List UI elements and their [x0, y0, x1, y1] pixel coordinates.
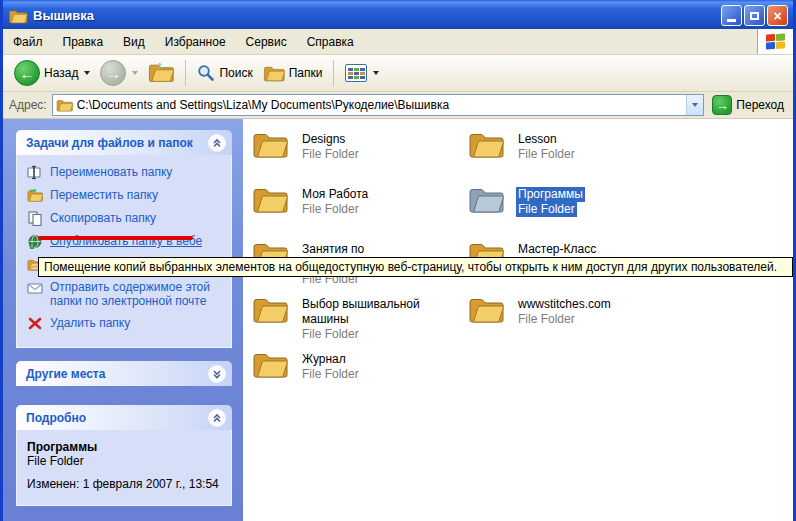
folder-item-designs[interactable]: DesignsFile Folder: [252, 127, 468, 182]
menu-tools[interactable]: Сервис: [236, 29, 297, 54]
folder-item-programmy-selected[interactable]: ПрограммыFile Folder: [468, 182, 684, 237]
folders-button[interactable]: Папки: [258, 61, 328, 85]
tooltip: Помещение копий выбранных элементов на о…: [38, 257, 793, 277]
up-button[interactable]: ↑: [143, 58, 179, 88]
explorer-window: Вышивка × Файл Правка Вид Избранное Серв…: [0, 0, 796, 521]
folder-item-wwwstitches[interactable]: wwwstitches.comFile Folder: [468, 292, 684, 347]
menu-spacer: [364, 29, 757, 54]
task-label: Переместить папку: [50, 188, 158, 202]
close-icon: ×: [773, 8, 781, 24]
address-path: C:\Documents and Settings\Liza\My Docume…: [77, 98, 683, 112]
folder-name: Программы: [516, 187, 585, 202]
go-label: Переход: [736, 98, 784, 112]
address-dropdown-button[interactable]: [686, 95, 703, 115]
close-button[interactable]: ×: [767, 5, 788, 26]
delete-icon: [27, 316, 43, 331]
views-button[interactable]: [340, 61, 384, 85]
forward-dropdown-icon: [132, 71, 138, 75]
folder-item-vybor-mashiny[interactable]: Выбор вышивальной машиныFile Folder: [252, 292, 468, 347]
up-folder-icon: ↑: [148, 61, 174, 85]
chevron-up-button[interactable]: [208, 134, 226, 152]
folder-name: Журнал: [300, 352, 348, 367]
folder-type: File Folder: [300, 147, 361, 162]
window-title: Вышивка: [33, 8, 721, 23]
folder-icon: [252, 184, 288, 214]
annotation-underline: [38, 236, 193, 240]
other-places-title: Другие места: [26, 367, 105, 381]
tasks-panel-header[interactable]: Задачи для файлов и папок: [16, 130, 232, 155]
rename-icon: [27, 165, 43, 180]
toolbar-separator: [185, 60, 186, 86]
folder-icon: [468, 129, 504, 159]
folder-name: Designs: [300, 132, 347, 147]
move-icon: [27, 188, 43, 203]
details-item-name: Программы: [27, 440, 221, 454]
other-places-panel: Другие места: [16, 361, 232, 386]
tasks-panel-title: Задачи для файлов и папок: [26, 136, 193, 150]
address-input[interactable]: C:\Documents and Settings\Liza\My Docume…: [52, 94, 705, 116]
details-body: Программы File Folder Изменен: 1 февраля…: [16, 430, 232, 506]
task-label: Скопировать папку: [50, 211, 156, 225]
address-label: Адрес:: [9, 98, 47, 112]
content-area: Задачи для файлов и папок Переименовать …: [3, 119, 793, 521]
folder-item-moya-rabota[interactable]: Моя РаботаFile Folder: [252, 182, 468, 237]
task-label: Отправить содержимое этой папки по элект…: [50, 280, 227, 308]
copy-icon: [27, 211, 43, 226]
windows-logo: [757, 29, 793, 54]
windows-flag-icon: [766, 33, 785, 49]
back-icon: ←: [14, 60, 40, 86]
task-delete-folder[interactable]: Удалить папку: [27, 316, 227, 331]
folder-name: Выбор вышивальной машины: [300, 297, 468, 327]
task-email-folder[interactable]: Отправить содержимое этой папки по элект…: [27, 280, 227, 308]
chevron-down-button[interactable]: [208, 365, 226, 383]
details-header[interactable]: Подробно: [16, 405, 232, 430]
chevron-up-button[interactable]: [208, 409, 226, 427]
folder-icon: [252, 129, 288, 159]
minimize-button[interactable]: [721, 5, 742, 26]
address-folder-icon: [56, 98, 73, 112]
tooltip-text: Помещение копий выбранных элементов на о…: [44, 260, 777, 274]
menu-help[interactable]: Справка: [297, 29, 364, 54]
folder-icon: [468, 294, 504, 324]
folder-name: Мастер-Класс: [516, 242, 598, 257]
menu-view[interactable]: Вид: [113, 29, 155, 54]
folder-icon-selected: [468, 184, 504, 214]
maximize-button[interactable]: [744, 5, 765, 26]
details-item-type: File Folder: [27, 454, 221, 468]
toolbar: ← Назад → ↑ Поиск: [3, 55, 793, 92]
folder-type: File Folder: [516, 147, 577, 162]
back-label: Назад: [44, 66, 78, 80]
folder-name: Моя Работа: [300, 187, 370, 202]
folders-label: Папки: [289, 66, 323, 80]
task-rename-folder[interactable]: Переименовать папку: [27, 165, 227, 180]
menu-file[interactable]: Файл: [3, 29, 53, 54]
menu-favorites[interactable]: Избранное: [155, 29, 236, 54]
folder-icon: [252, 349, 288, 379]
address-bar: Адрес: C:\Documents and Settings\Liza\My…: [3, 92, 793, 119]
folder-name: Lesson: [516, 132, 559, 147]
forward-button[interactable]: →: [95, 57, 143, 89]
details-panel: Подробно Программы File Folder Изменен: …: [16, 405, 232, 506]
other-places-header[interactable]: Другие места: [16, 361, 232, 386]
search-button[interactable]: Поиск: [192, 61, 257, 85]
folder-name: wwwstitches.com: [516, 297, 613, 312]
folder-item-lesson[interactable]: LessonFile Folder: [468, 127, 684, 182]
task-label: Переименовать папку: [50, 165, 172, 179]
sidebar: Задачи для файлов и папок Переименовать …: [3, 119, 243, 521]
task-label: Удалить папку: [50, 316, 130, 330]
task-move-folder[interactable]: Переместить папку: [27, 188, 227, 203]
search-label: Поиск: [219, 66, 252, 80]
folder-type: File Folder: [300, 202, 361, 217]
menu-bar: Файл Правка Вид Избранное Сервис Справка: [3, 29, 793, 55]
views-dropdown-icon[interactable]: [373, 71, 379, 75]
go-button[interactable]: → Переход: [709, 94, 787, 116]
task-copy-folder[interactable]: Скопировать папку: [27, 211, 227, 226]
folder-type: File Folder: [516, 202, 577, 217]
menu-edit[interactable]: Правка: [53, 29, 114, 54]
back-dropdown-icon[interactable]: [84, 71, 90, 75]
go-arrow-icon: →: [712, 95, 732, 115]
views-icon: [345, 64, 367, 82]
folder-item-zhurnal[interactable]: ЖурналFile Folder: [252, 347, 468, 402]
back-button[interactable]: ← Назад: [9, 57, 95, 89]
folder-type: File Folder: [300, 327, 361, 342]
